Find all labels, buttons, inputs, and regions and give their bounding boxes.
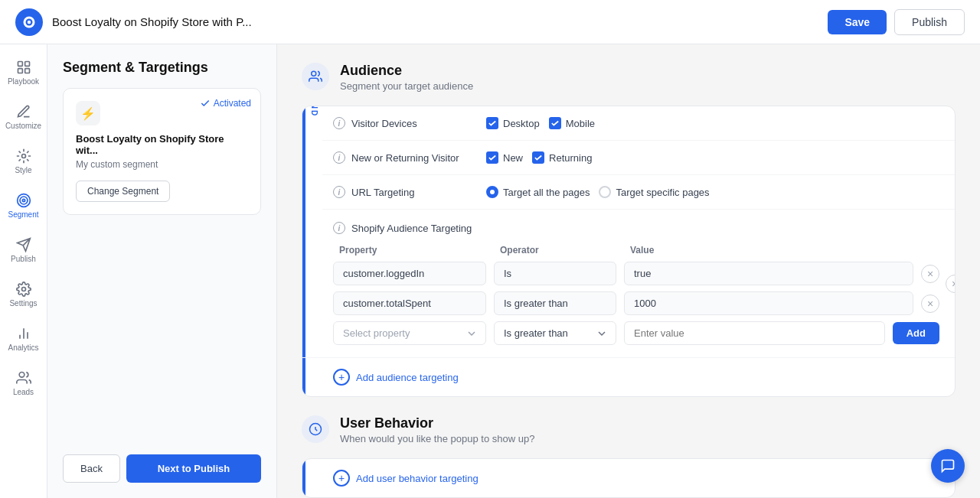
shopify-header: i Shopify Audience Targeting <box>333 222 939 234</box>
mobile-label: Mobile <box>566 118 595 129</box>
activated-label: Activated <box>214 98 251 109</box>
sidebar-item-style[interactable]: Style <box>3 141 44 182</box>
operator-select[interactable]: Is greater than <box>494 321 616 345</box>
audience-section-header: Audience Segment your target audience <box>302 63 956 92</box>
chat-button[interactable] <box>931 449 965 483</box>
property-select[interactable]: Select property <box>333 321 486 345</box>
sidebar-item-segment[interactable]: Segment <box>3 185 44 226</box>
sidebar: Playbook Customize Style Segment <box>0 44 47 498</box>
value-input[interactable] <box>624 321 885 345</box>
new-visitor-label: New <box>503 152 523 164</box>
visitor-type-row: i New or Returning Visitor New Re <box>302 141 955 175</box>
url-targeting-info-icon[interactable]: i <box>333 186 345 198</box>
mobile-check-indicator <box>549 117 561 129</box>
svg-point-15 <box>19 373 24 378</box>
new-visitor-checkbox[interactable]: New <box>486 151 523 164</box>
rule1-value: true <box>624 262 913 285</box>
desktop-checkbox[interactable]: Desktop <box>486 117 540 129</box>
mobile-checkbox[interactable]: Mobile <box>549 117 595 129</box>
rule2-value: 1000 <box>624 291 913 315</box>
visitor-type-info-icon[interactable]: i <box>333 151 345 164</box>
shopify-info-icon[interactable]: i <box>333 222 345 234</box>
targeting-card: AND i Visitor Devices Desktop <box>302 106 956 397</box>
add-targeting-label: Add audience targeting <box>356 372 459 383</box>
target-all-pages-label: Target all the pages <box>503 187 590 198</box>
panel-title: Segment & Targetings <box>63 60 261 76</box>
audience-icon <box>302 63 329 90</box>
rule2-operator: Is greater than <box>494 291 616 315</box>
rule1-property: customer.loggedIn <box>333 262 486 285</box>
visitor-devices-info-icon[interactable]: i <box>333 117 345 129</box>
publish-button[interactable]: Publish <box>894 9 965 35</box>
returning-visitor-label: Returning <box>549 152 592 164</box>
target-all-pages-radio[interactable]: Target all the pages <box>486 186 590 198</box>
sidebar-item-publish[interactable]: Publish <box>3 229 44 271</box>
page-title: Boost Loyalty on Shopify Store with P... <box>52 15 252 28</box>
next-to-publish-button[interactable]: Next to Publish <box>126 454 261 483</box>
url-targeting-options: Target all the pages Target specific pag… <box>486 186 710 198</box>
new-rule-row: Select property Is greater than Add <box>333 321 939 345</box>
visitor-devices-label-section: i Visitor Devices <box>333 117 486 129</box>
add-behavior-targeting-button[interactable]: + Add user behavior targeting <box>333 470 939 487</box>
property-select-chevron <box>467 329 476 338</box>
target-specific-pages-radio[interactable]: Target specific pages <box>599 186 709 198</box>
sidebar-item-settings[interactable]: Settings <box>3 274 44 315</box>
sidebar-item-leads[interactable]: Leads <box>3 363 44 404</box>
back-button[interactable]: Back <box>63 454 120 483</box>
add-targeting-plus-icon: + <box>333 369 350 386</box>
target-specific-pages-label: Target specific pages <box>616 187 709 198</box>
sidebar-item-playbook[interactable]: Playbook <box>3 52 44 93</box>
svg-point-10 <box>22 199 24 201</box>
visitor-type-label: New or Returning Visitor <box>351 152 459 164</box>
sidebar-label-playbook: Playbook <box>8 77 39 86</box>
add-rule-button[interactable]: Add <box>893 322 939 344</box>
shopify-section-remove-button[interactable]: × <box>946 275 956 293</box>
url-targeting-row: i URL Targeting Target all the pages Tar… <box>302 175 955 210</box>
new-check-indicator <box>486 151 498 164</box>
svg-point-11 <box>21 288 25 291</box>
main-layout: Playbook Customize Style Segment <box>0 44 980 498</box>
top-bar-right: Save Publish <box>828 9 965 35</box>
behavior-icon <box>302 415 329 443</box>
svg-point-7 <box>21 155 25 158</box>
svg-point-9 <box>20 197 28 204</box>
visitor-type-label-section: i New or Returning Visitor <box>333 151 486 164</box>
operator-header: Operator <box>500 245 622 256</box>
sidebar-label-settings: Settings <box>9 299 37 308</box>
save-button[interactable]: Save <box>828 10 887 34</box>
top-bar-left: Boost Loyalty on Shopify Store with P... <box>15 8 252 36</box>
segment-description: My custom segment <box>76 159 248 170</box>
add-behavior-plus-icon: + <box>333 470 350 487</box>
sidebar-label-analytics: Analytics <box>8 343 38 352</box>
returning-visitor-checkbox[interactable]: Returning <box>532 151 592 164</box>
desktop-label: Desktop <box>503 118 540 129</box>
returning-check-indicator <box>532 151 544 164</box>
user-behavior-section: User Behavior When would you like the po… <box>302 415 956 498</box>
visitor-devices-label: Visitor Devices <box>351 118 417 129</box>
activated-badge: Activated <box>200 98 251 109</box>
add-audience-targeting-button[interactable]: + Add audience targeting <box>302 358 955 396</box>
behavior-section-text: User Behavior When would you like the po… <box>340 415 534 444</box>
url-targeting-label: URL Targeting <box>351 187 414 198</box>
operator-select-value: Is greater than <box>504 327 568 339</box>
visitor-devices-row: i Visitor Devices Desktop Mobile <box>302 106 955 141</box>
rule2-remove-button[interactable]: × <box>921 295 939 313</box>
target-all-radio-indicator <box>486 186 498 198</box>
svg-rect-5 <box>18 69 22 73</box>
value-header: Value <box>630 245 933 256</box>
change-segment-button[interactable]: Change Segment <box>76 181 170 202</box>
sidebar-item-analytics[interactable]: Analytics <box>3 318 44 360</box>
segment-name: Boost Loyalty on Shopify Store wit... <box>76 133 248 156</box>
sidebar-item-customize[interactable]: Customize <box>3 96 44 138</box>
rule1-remove-button[interactable]: × <box>921 265 939 283</box>
audience-title: Audience <box>340 63 473 79</box>
sidebar-label-leads: Leads <box>13 388 34 396</box>
audience-section-text: Audience Segment your target audience <box>340 63 473 92</box>
property-header: Property <box>339 245 492 256</box>
desktop-check-indicator <box>486 117 498 129</box>
sidebar-label-publish: Publish <box>11 255 36 263</box>
target-specific-radio-indicator <box>599 186 611 198</box>
visitor-devices-options: Desktop Mobile <box>486 117 595 129</box>
behavior-title: User Behavior <box>340 415 534 431</box>
shopify-targeting-section: × i Shopify Audience Targeting Property … <box>302 210 955 358</box>
